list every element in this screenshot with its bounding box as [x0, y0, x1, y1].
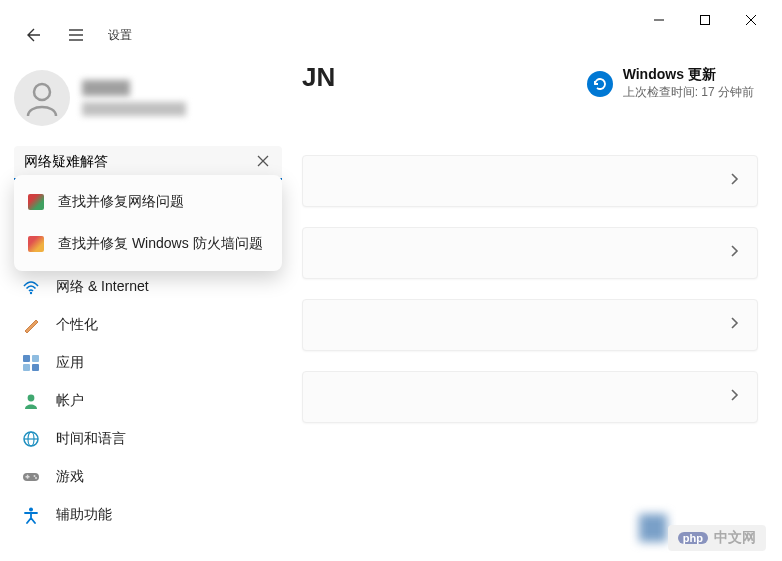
brush-icon [22, 316, 40, 334]
setting-card[interactable] [302, 371, 758, 423]
user-name-redacted [82, 80, 130, 96]
sidebar-item-label: 应用 [56, 354, 84, 372]
watermark-text: 中文网 [714, 529, 756, 547]
setting-card[interactable] [302, 155, 758, 207]
search-suggestions: 查找并修复网络问题 查找并修复 Windows 防火墙问题 [14, 175, 282, 271]
globe-icon [22, 430, 40, 448]
sidebar-item-personalization[interactable]: 个性化 [8, 306, 288, 344]
x-icon [256, 154, 270, 168]
search-suggestion-item[interactable]: 查找并修复网络问题 [14, 181, 282, 223]
svg-rect-12 [32, 355, 39, 362]
user-info [82, 80, 186, 116]
minimize-button[interactable] [636, 4, 682, 36]
apps-icon [22, 354, 40, 372]
close-icon [746, 15, 756, 25]
sidebar-item-label: 个性化 [56, 316, 98, 334]
windows-update-card[interactable]: Windows 更新 上次检查时间: 17 分钟前 [587, 66, 754, 101]
windows-update-subtitle: 上次检查时间: 17 分钟前 [623, 84, 754, 101]
avatar [14, 70, 70, 126]
setting-card-list [296, 155, 758, 423]
user-card[interactable] [8, 62, 288, 142]
accessibility-icon [22, 506, 40, 524]
sidebar-item-apps[interactable]: 应用 [8, 344, 288, 382]
maximize-icon [700, 15, 710, 25]
sidebar-item-label: 时间和语言 [56, 430, 126, 448]
person-icon [22, 392, 40, 410]
svg-rect-19 [23, 473, 39, 481]
svg-rect-11 [23, 355, 30, 362]
chevron-right-icon [729, 244, 739, 262]
sidebar-item-gaming[interactable]: 游戏 [8, 458, 288, 496]
wifi-icon [22, 278, 40, 296]
troubleshoot-icon [28, 194, 44, 210]
suggestion-label: 查找并修复网络问题 [58, 193, 184, 211]
hamburger-icon [68, 27, 84, 43]
svg-rect-14 [32, 364, 39, 371]
windows-update-texts: Windows 更新 上次检查时间: 17 分钟前 [623, 66, 754, 101]
back-arrow-icon [24, 27, 40, 43]
setting-card[interactable] [302, 299, 758, 351]
svg-point-20 [34, 475, 36, 477]
sidebar-item-network[interactable]: 网络 & Internet [8, 268, 288, 306]
svg-point-10 [30, 292, 32, 294]
back-button[interactable] [20, 23, 44, 47]
windows-update-title: Windows 更新 [623, 66, 754, 84]
sidebar: 网络 & Internet 个性化 应用 帐户 时间和语言 游戏 [0, 50, 296, 561]
svg-rect-13 [23, 364, 30, 371]
svg-rect-23 [27, 475, 29, 479]
nav-list: 网络 & Internet 个性化 应用 帐户 时间和语言 游戏 [8, 268, 288, 534]
svg-point-24 [29, 508, 33, 512]
chevron-right-icon [729, 172, 739, 190]
maximize-button[interactable] [682, 4, 728, 36]
svg-point-15 [28, 395, 35, 402]
troubleshoot-icon [28, 236, 44, 252]
search-suggestion-item[interactable]: 查找并修复 Windows 防火墙问题 [14, 223, 282, 265]
main-content: JN Windows 更新 上次检查时间: 17 分钟前 [296, 50, 782, 561]
sidebar-item-accessibility[interactable]: 辅助功能 [8, 496, 288, 534]
watermark-brand: php [678, 532, 708, 544]
close-button[interactable] [728, 4, 774, 36]
sidebar-item-time-language[interactable]: 时间和语言 [8, 420, 288, 458]
svg-point-7 [34, 84, 50, 100]
sidebar-item-label: 辅助功能 [56, 506, 112, 524]
search-clear-button[interactable] [256, 154, 274, 172]
menu-button[interactable] [64, 23, 88, 47]
watermark-blur [639, 514, 667, 542]
user-email-redacted [82, 102, 186, 116]
sidebar-item-label: 帐户 [56, 392, 84, 410]
gamepad-icon [22, 468, 40, 486]
window-title: 设置 [108, 27, 132, 44]
refresh-icon [587, 71, 613, 97]
chevron-right-icon [729, 388, 739, 406]
setting-card[interactable] [302, 227, 758, 279]
svg-rect-1 [701, 16, 710, 25]
sidebar-item-label: 游戏 [56, 468, 84, 486]
sidebar-item-accounts[interactable]: 帐户 [8, 382, 288, 420]
chevron-right-icon [729, 316, 739, 334]
suggestion-label: 查找并修复 Windows 防火墙问题 [58, 235, 263, 253]
minimize-icon [654, 15, 664, 25]
person-icon [22, 78, 62, 118]
page-title: JN [302, 62, 335, 93]
svg-point-21 [35, 477, 37, 479]
watermark: php 中文网 [668, 525, 766, 551]
sidebar-item-label: 网络 & Internet [56, 278, 149, 296]
